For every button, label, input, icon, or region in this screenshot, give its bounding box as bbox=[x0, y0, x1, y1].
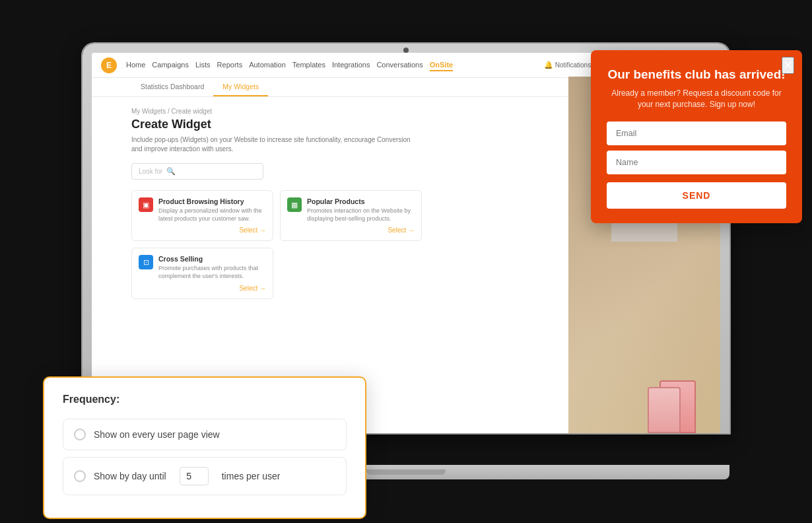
nav-campaigns[interactable]: Campaigns bbox=[152, 59, 189, 71]
popup-body: Our benefits club has arrived! Already a… bbox=[591, 50, 802, 223]
nav-onsite[interactable]: OnSite bbox=[430, 59, 453, 71]
widget-select-product-browsing[interactable]: Select → bbox=[139, 227, 266, 234]
nav-home[interactable]: Home bbox=[126, 59, 145, 71]
widget-icon-product-browsing: ▣ bbox=[139, 197, 153, 212]
widget-card-product-browsing: ▣ Product Browsing History Display a per… bbox=[131, 190, 273, 241]
app-logo: E bbox=[101, 57, 117, 73]
nav-integrations[interactable]: Integrations bbox=[332, 59, 370, 71]
radio-by-day[interactable] bbox=[74, 470, 86, 482]
widget-select-cross-selling[interactable]: Select → bbox=[139, 285, 266, 292]
popup-send-button[interactable]: SEND bbox=[607, 182, 786, 209]
tab-my-widgets[interactable]: My Widgets bbox=[213, 78, 268, 96]
widget-desc-product-browsing: Display a personalized window with the l… bbox=[158, 207, 266, 223]
nav-templates[interactable]: Templates bbox=[292, 59, 325, 71]
frequency-label: Frequency: bbox=[63, 394, 347, 405]
search-input-text: Look for bbox=[139, 168, 162, 175]
times-per-user-input[interactable] bbox=[180, 467, 209, 485]
search-bar[interactable]: Look for 🔍 bbox=[131, 163, 263, 180]
nav-items: Home Campaigns Lists Reports Automation … bbox=[126, 59, 453, 71]
widget-card-popular-products: ▦ Popular Products Promotes interaction … bbox=[280, 190, 422, 241]
frequency-option2-prefix: Show by day until bbox=[94, 471, 166, 481]
laptop: E Home Campaigns Lists Reports Automatio… bbox=[83, 44, 729, 479]
widget-desc-cross-selling: Promote purchases with products that com… bbox=[158, 265, 266, 280]
popup-card: ✕ Our benefits club has arrived! Already… bbox=[591, 50, 802, 223]
widget-card-cross-selling: ⊡ Cross Selling Promote purchases with p… bbox=[131, 248, 273, 298]
widget-icon-cross-selling: ⊡ bbox=[139, 255, 153, 269]
radio-every-page-view[interactable] bbox=[74, 429, 86, 440]
widget-name-popular-products: Popular Products bbox=[307, 197, 415, 205]
search-icon: 🔍 bbox=[166, 167, 176, 176]
widget-select-popular-products[interactable]: Select → bbox=[287, 227, 415, 234]
popup-subtitle: Already a member? Request a discount cod… bbox=[607, 88, 786, 110]
nav-reports[interactable]: Reports bbox=[217, 59, 243, 71]
frequency-card: Frequency: Show on every user page view … bbox=[43, 376, 366, 519]
tab-statistics-dashboard[interactable]: Statistics Dashboard bbox=[131, 78, 213, 96]
widget-icon-popular-products: ▦ bbox=[287, 197, 302, 212]
page-description: Include pop-ups (Widgets) on your Websit… bbox=[131, 135, 422, 154]
bell-icon: 🔔 bbox=[544, 61, 553, 69]
widget-name-product-browsing: Product Browsing History bbox=[158, 197, 266, 205]
scene: E Home Campaigns Lists Reports Automatio… bbox=[0, 0, 812, 523]
laptop-notch bbox=[366, 470, 446, 475]
frequency-option2-suffix: times per user bbox=[222, 471, 281, 481]
laptop-camera bbox=[403, 48, 409, 53]
popup-email-input[interactable] bbox=[607, 122, 786, 145]
nav-lists[interactable]: Lists bbox=[195, 59, 211, 71]
widget-grid: ▣ Product Browsing History Display a per… bbox=[131, 190, 422, 299]
nav-notifications[interactable]: 🔔 Notifications bbox=[544, 61, 591, 69]
frequency-option-by-day[interactable]: Show by day until times per user bbox=[63, 457, 347, 495]
frequency-option-every-page-view[interactable]: Show on every user page view bbox=[63, 419, 347, 450]
popup-title: Our benefits club has arrived! bbox=[607, 67, 786, 83]
popup-name-input[interactable] bbox=[607, 151, 786, 174]
nav-conversations[interactable]: Conversations bbox=[376, 59, 423, 71]
widget-name-cross-selling: Cross Selling bbox=[158, 255, 266, 263]
frequency-option1-text: Show on every user page view bbox=[94, 429, 220, 440]
nav-automation[interactable]: Automation bbox=[249, 59, 286, 71]
popup-close-button[interactable]: ✕ bbox=[782, 57, 794, 74]
widget-desc-popular-products: Promotes interaction on the Website by d… bbox=[307, 207, 415, 223]
